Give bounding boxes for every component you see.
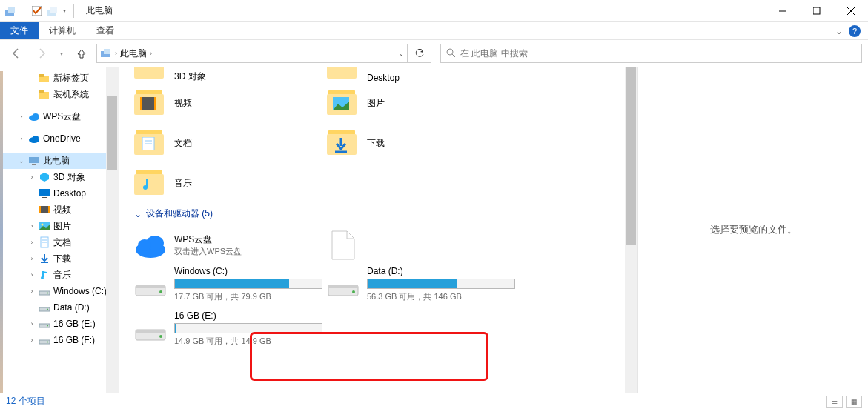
svg-point-54 bbox=[138, 239, 151, 251]
drive-name: 16 GB (E:) bbox=[174, 310, 327, 321]
cloud-drive-tile[interactable]: WPS云盘双击进入WPS云盘 bbox=[134, 225, 327, 266]
qat-dropdown-icon[interactable]: ▾ bbox=[63, 7, 66, 14]
svg-rect-14 bbox=[39, 74, 44, 77]
folder-label: 视频 bbox=[174, 97, 192, 110]
tree-item[interactable]: ⌄此电脑 bbox=[3, 153, 119, 169]
tree-item-label: 此电脑 bbox=[43, 155, 70, 167]
library-folder-tile[interactable]: 音乐 bbox=[134, 163, 327, 203]
chevron-right-icon[interactable]: › bbox=[115, 50, 117, 57]
view-tiles-button[interactable]: ▦ bbox=[846, 396, 862, 408]
scrollbar-thumb[interactable] bbox=[626, 67, 636, 245]
tree-item-icon bbox=[28, 133, 40, 144]
library-folder-tile[interactable]: Desktop bbox=[327, 67, 520, 83]
sidebar-scrollbar[interactable] bbox=[106, 67, 119, 393]
app-icon bbox=[4, 5, 16, 17]
library-folder-tile[interactable]: 3D 对象 bbox=[134, 67, 327, 83]
library-folder-tile[interactable]: 下载 bbox=[327, 123, 520, 163]
tree-item[interactable]: ›Windows (C:) bbox=[3, 283, 119, 299]
tree-item[interactable]: 视频 bbox=[3, 202, 119, 218]
view-details-button[interactable]: ☰ bbox=[826, 396, 843, 408]
tree-item[interactable]: Desktop bbox=[3, 185, 119, 202]
ribbon-tab-view[interactable]: 查看 bbox=[86, 22, 125, 39]
address-dropdown-icon[interactable]: ⌄ bbox=[399, 50, 404, 57]
library-folder-tile[interactable]: 视频 bbox=[134, 83, 327, 123]
svg-rect-24 bbox=[42, 197, 47, 198]
tree-item[interactable]: ›WPS云盘 bbox=[3, 108, 119, 124]
svg-rect-10 bbox=[104, 49, 110, 54]
tree-twisty-icon[interactable]: › bbox=[28, 173, 36, 181]
drive-tile[interactable]: Data (D:)56.3 GB 可用，共 146 GB bbox=[327, 266, 520, 310]
tree-twisty-icon[interactable]: › bbox=[28, 271, 36, 279]
preview-placeholder-text: 选择要预览的文件。 bbox=[710, 223, 797, 236]
drive-name: Windows (C:) bbox=[174, 266, 327, 276]
ribbon-collapse-icon[interactable]: ⌄ bbox=[835, 26, 843, 36]
tree-item[interactable]: ›图片 bbox=[3, 218, 119, 234]
address-bar[interactable]: › 此电脑 › ⌄ bbox=[96, 44, 408, 63]
refresh-button[interactable] bbox=[408, 44, 431, 63]
help-icon[interactable]: ? bbox=[849, 25, 861, 37]
tree-item[interactable]: 新标签页 bbox=[3, 70, 119, 86]
library-folder-tile[interactable]: 文档 bbox=[134, 123, 327, 163]
qat-folder-icon[interactable] bbox=[47, 5, 59, 17]
tree-item[interactable]: 装机系统 bbox=[3, 86, 119, 102]
search-bar[interactable] bbox=[440, 44, 862, 63]
nav-up-button[interactable] bbox=[71, 43, 92, 64]
svg-rect-21 bbox=[29, 157, 39, 163]
tree-item-label: 音乐 bbox=[53, 269, 71, 282]
ribbon-tab-computer[interactable]: 计算机 bbox=[39, 22, 86, 39]
tree-item[interactable]: ›下载 bbox=[3, 250, 119, 267]
svg-rect-56 bbox=[136, 285, 165, 288]
qat-checkbox-icon[interactable] bbox=[32, 6, 42, 16]
folder-icon bbox=[134, 167, 167, 199]
tree-item[interactable]: ›文档 bbox=[3, 234, 119, 250]
group-title: 设备和驱动器 (5) bbox=[146, 207, 213, 220]
close-button[interactable] bbox=[834, 0, 868, 22]
tree-item[interactable]: ›OneDrive bbox=[3, 130, 119, 147]
search-input[interactable] bbox=[460, 48, 857, 59]
tree-twisty-icon[interactable]: › bbox=[18, 135, 25, 142]
nav-recent-dropdown[interactable]: ▾ bbox=[56, 43, 67, 64]
tree-item-label: 16 GB (E:) bbox=[53, 319, 96, 329]
breadcrumb-thispc[interactable]: 此电脑 bbox=[120, 47, 147, 60]
tree-item[interactable]: ›16 GB (E:) bbox=[3, 316, 119, 332]
folder-icon bbox=[327, 67, 360, 83]
search-icon bbox=[445, 47, 456, 60]
minimize-button[interactable] bbox=[766, 0, 800, 22]
folder-label: 图片 bbox=[367, 97, 385, 110]
tree-item[interactable]: ›3D 对象 bbox=[3, 169, 119, 185]
svg-point-42 bbox=[47, 342, 48, 343]
svg-rect-26 bbox=[39, 206, 41, 213]
tree-item[interactable]: ›16 GB (F:) bbox=[3, 332, 119, 348]
group-header-devices[interactable]: ⌄ 设备和驱动器 (5) bbox=[134, 203, 630, 225]
nav-back-button[interactable] bbox=[6, 43, 27, 64]
file-icon bbox=[327, 229, 360, 262]
tree-twisty-icon[interactable]: › bbox=[28, 239, 36, 246]
tile-subtitle: 双击进入WPS云盘 bbox=[174, 246, 242, 257]
maximize-button[interactable] bbox=[800, 0, 834, 22]
svg-point-20 bbox=[33, 136, 39, 140]
nav-forward-button[interactable] bbox=[31, 43, 52, 64]
svg-point-36 bbox=[47, 293, 48, 294]
tree-twisty-icon[interactable]: ⌄ bbox=[18, 157, 25, 164]
drive-tile[interactable]: 16 GB (E:)14.9 GB 可用，共 14.9 GB bbox=[134, 310, 327, 355]
library-folder-tile[interactable]: 图片 bbox=[327, 83, 520, 123]
chevron-right-icon[interactable]: › bbox=[150, 50, 152, 57]
tree-twisty-icon[interactable]: › bbox=[28, 287, 36, 295]
tree-twisty-icon[interactable]: › bbox=[28, 255, 36, 262]
scrollbar-thumb[interactable] bbox=[107, 96, 117, 170]
tree-item-icon bbox=[39, 269, 50, 281]
tree-item-label: 图片 bbox=[53, 220, 71, 233]
file-tile[interactable] bbox=[327, 225, 520, 266]
tree-item-icon bbox=[39, 187, 50, 199]
tree-item-label: 新标签页 bbox=[53, 72, 89, 84]
tree-twisty-icon[interactable]: › bbox=[28, 320, 36, 327]
tree-item-icon bbox=[39, 72, 50, 84]
tree-twisty-icon[interactable]: › bbox=[28, 222, 36, 230]
ribbon-tab-file[interactable]: 文件 bbox=[0, 22, 39, 39]
tree-item[interactable]: Data (D:) bbox=[3, 299, 119, 316]
tree-item[interactable]: ›音乐 bbox=[3, 267, 119, 283]
drive-tile[interactable]: Windows (C:)17.7 GB 可用，共 79.9 GB bbox=[134, 266, 327, 310]
tree-twisty-icon[interactable]: › bbox=[28, 336, 36, 344]
tree-twisty-icon[interactable]: › bbox=[18, 113, 25, 120]
content-scrollbar[interactable] bbox=[625, 67, 637, 393]
